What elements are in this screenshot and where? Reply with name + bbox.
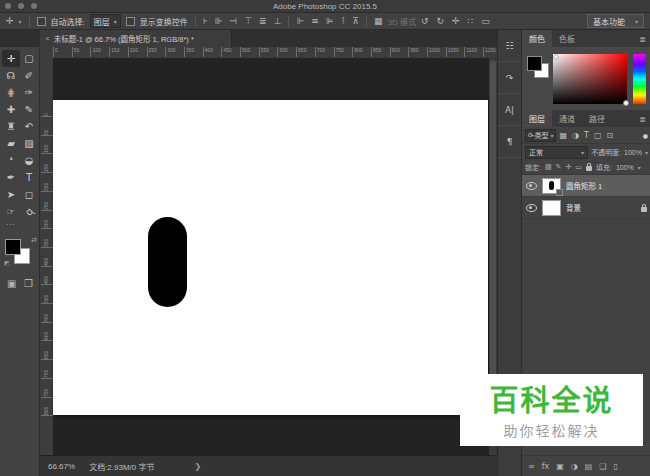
hue-slider[interactable] <box>633 54 646 104</box>
move-tool[interactable]: ✛ <box>2 50 20 67</box>
tool-preset-caret-icon[interactable]: ▾ <box>19 18 22 25</box>
add-layer-mask-icon[interactable]: ▣ <box>556 462 564 471</box>
status-chevron-icon[interactable]: ❯ <box>195 462 202 471</box>
rounded-rectangle-shape[interactable] <box>148 217 187 307</box>
layer-thumbnail[interactable] <box>542 178 561 194</box>
delete-layer-icon[interactable]: ▯ <box>614 462 618 471</box>
color-panel-tab-颜色[interactable]: 颜色 <box>522 30 552 47</box>
lock-image-pixels-icon[interactable]: ✎ <box>556 163 562 171</box>
auto-select-checkbox[interactable] <box>37 17 46 26</box>
layer-row[interactable]: 背景 <box>522 197 650 219</box>
paragraph-panel-icon[interactable]: ¶ <box>498 126 521 158</box>
lasso-tool[interactable]: ☊ <box>2 67 20 84</box>
color-picker-dot[interactable] <box>623 100 629 106</box>
panel-foreground-swatch[interactable] <box>527 56 542 71</box>
new-group-icon[interactable]: ▤ <box>585 462 593 471</box>
layers-panel-menu-icon[interactable]: ≣ <box>634 112 650 127</box>
show-transform-controls-checkbox[interactable] <box>126 17 135 26</box>
rotate-view-cw-icon[interactable]: ↻ <box>436 17 444 26</box>
filter-adjustment-layers-icon[interactable]: ◑ <box>572 131 579 140</box>
zoom-level-field[interactable]: 66.67% <box>48 462 75 471</box>
layers-panel-tab-路径[interactable]: 路径 <box>582 110 612 127</box>
layer-name[interactable]: 圆角矩形 1 <box>566 180 647 191</box>
clone-stamp-tool[interactable]: ♜ <box>2 118 20 135</box>
layer-style-icon[interactable]: fx <box>542 462 550 471</box>
filter-pixel-layers-icon[interactable]: ▦ <box>559 131 567 140</box>
align-left-edges-icon[interactable]: ⊦ <box>203 17 208 26</box>
opacity-value[interactable]: 100% <box>624 149 642 156</box>
path-selection-tool[interactable]: ➤ <box>2 186 20 203</box>
zoom-view-icon[interactable]: ∷ <box>468 17 474 26</box>
layers-panel-tab-通道[interactable]: 通道 <box>552 110 582 127</box>
link-layers-icon[interactable]: ∞ <box>528 462 535 471</box>
color-panel-tab-色板[interactable]: 色板 <box>552 30 582 47</box>
quick-selection-tool[interactable]: ✐ <box>20 67 38 84</box>
edit-toolbar-icon[interactable]: ⋯ <box>0 220 39 229</box>
align-vertical-centers-icon[interactable]: ≣ <box>259 17 267 26</box>
color-picker-ring[interactable] <box>553 54 559 60</box>
filter-type-layers-icon[interactable]: T <box>584 131 589 140</box>
pan-view-icon[interactable]: ✛ <box>452 17 460 26</box>
quick-mask-mode-icon[interactable]: ▣ <box>7 278 16 289</box>
blur-tool[interactable]: ❛ <box>2 152 20 169</box>
color-panel-menu-icon[interactable]: ≣ <box>634 32 650 47</box>
pen-tool[interactable]: ✒ <box>2 169 20 186</box>
layer-row[interactable]: 圆角矩形 1 <box>522 175 650 197</box>
layers-panel-tab-图层[interactable]: 图层 <box>522 110 552 127</box>
new-adjustment-layer-icon[interactable]: ◑ <box>571 462 578 471</box>
lock-transparent-pixels-icon[interactable]: ▨ <box>545 163 552 171</box>
marquee-tool[interactable]: ▢ <box>20 50 38 67</box>
history-brush-tool[interactable]: ↶ <box>20 118 38 135</box>
distribute-vertical-spacing-icon[interactable]: ⊼ <box>352 17 359 26</box>
type-tool[interactable]: T <box>20 169 38 186</box>
rotate-view-ccw-icon[interactable]: ↺ <box>421 17 429 26</box>
lock-position-icon[interactable]: ✛ <box>565 163 571 171</box>
align-right-edges-icon[interactable]: ⊣ <box>229 17 237 26</box>
tool-preset-move-icon[interactable]: ✛ <box>6 17 14 26</box>
default-colors-icon[interactable]: ◩ <box>4 259 10 266</box>
gradient-tool[interactable]: ▨ <box>20 135 38 152</box>
camera-view-icon[interactable]: ▭ <box>481 17 490 26</box>
healing-brush-tool[interactable]: ✚ <box>2 101 20 118</box>
document-tab[interactable]: × 未标题-1 @ 66.7% (圆角矩形 1, RGB/8*) * <box>40 30 232 47</box>
close-tab-icon[interactable]: × <box>45 34 50 43</box>
document-canvas[interactable] <box>53 100 488 415</box>
layer-thumbnail[interactable] <box>542 200 561 216</box>
align-top-edges-icon[interactable]: ⊤ <box>244 17 252 26</box>
fill-value[interactable]: 100% <box>616 164 634 171</box>
chevron-down-icon[interactable]: ▾ <box>638 164 641 171</box>
adjustments-panel-icon[interactable]: ☷ <box>498 30 521 62</box>
distribute-horizontal-spacing-icon[interactable]: ⊺ <box>341 17 346 26</box>
lock-all-icon[interactable] <box>586 166 592 171</box>
brush-tool[interactable]: ✎ <box>20 101 38 118</box>
auto-align-icon[interactable]: ▦ <box>374 17 383 26</box>
layer-filter-dropdown[interactable]: ɋ 类型 ▾ <box>525 129 556 142</box>
align-bottom-edges-icon[interactable]: ⊥ <box>274 17 282 26</box>
auto-select-target-dropdown[interactable]: 图层 ▾ <box>90 14 121 28</box>
character-panel-icon[interactable]: A| <box>498 94 521 126</box>
foreground-color-swatch[interactable] <box>5 239 21 255</box>
blend-mode-dropdown[interactable]: 正常 ▾ <box>525 146 588 159</box>
filter-toggle-icon[interactable]: ● <box>643 132 648 139</box>
dodge-tool[interactable]: ◒ <box>20 152 38 169</box>
screen-mode-icon[interactable]: ❐ <box>24 278 33 289</box>
distribute-top-edges-icon[interactable]: ⊩ <box>296 17 304 26</box>
layer-name[interactable]: 背景 <box>566 202 636 213</box>
crop-tool[interactable]: ⋕ <box>2 84 20 101</box>
libraries-panel-icon[interactable]: ↷ <box>498 62 521 94</box>
layer-visibility-eye-icon[interactable] <box>526 204 537 212</box>
filter-shape-layers-icon[interactable]: ▢ <box>594 131 602 140</box>
distribute-vertical-centers-icon[interactable]: ≡ <box>311 17 319 26</box>
new-layer-icon[interactable]: ❏ <box>599 462 606 471</box>
saturation-brightness-field[interactable] <box>553 54 627 104</box>
chevron-down-icon[interactable]: ▾ <box>645 149 648 156</box>
eyedropper-tool[interactable]: ✑ <box>20 84 38 101</box>
filter-smart-objects-icon[interactable]: ⊡ <box>606 131 613 140</box>
layer-visibility-eye-icon[interactable] <box>526 182 537 190</box>
eraser-tool[interactable]: ▰ <box>2 135 20 152</box>
align-horizontal-centers-icon[interactable]: ⊪ <box>215 17 223 26</box>
swap-colors-icon[interactable]: ⇄ <box>31 236 37 244</box>
lock-artboard-icon[interactable]: ▭ <box>575 163 582 171</box>
distribute-bottom-edges-icon[interactable]: ⊫ <box>326 17 334 26</box>
workspace-dropdown[interactable]: 基本功能 ▾ <box>587 14 644 28</box>
